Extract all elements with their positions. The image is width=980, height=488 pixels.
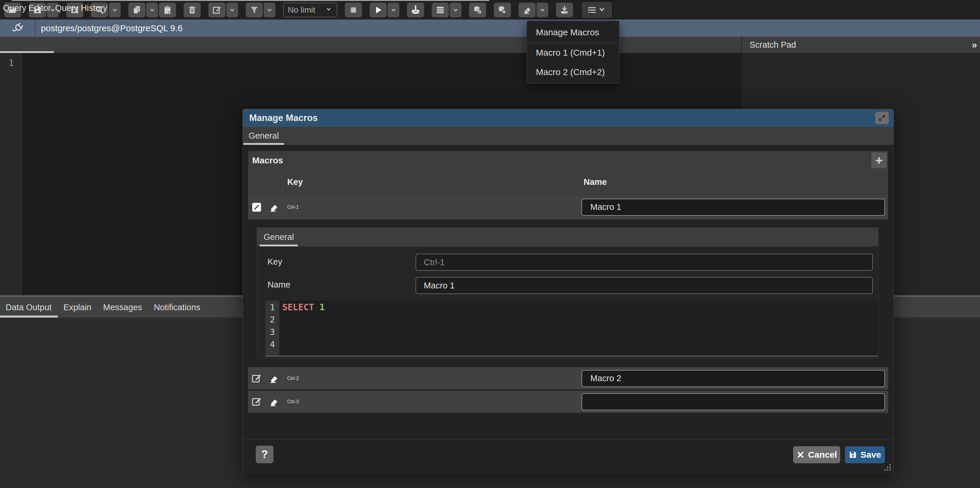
chevron-down-icon: [325, 5, 332, 15]
eraser-icon: [269, 202, 279, 212]
dialog-tab-general[interactable]: General: [243, 127, 285, 145]
macro-detail-panel: General Key Name 1 2 3 4 SELECT 1: [257, 227, 878, 359]
sql-line-number: 2: [266, 313, 279, 326]
query-toolbar: No limit: [0, 1, 980, 19]
editor-tab-bar: [0, 37, 980, 53]
clear-button[interactable]: [519, 3, 536, 17]
download-results-button[interactable]: [556, 3, 573, 17]
execute-options-chevron[interactable]: [388, 3, 399, 17]
dialog-title-bar[interactable]: Manage Macros: [243, 109, 894, 127]
clear-row-button[interactable]: [266, 194, 283, 219]
macro-name-input[interactable]: [582, 370, 885, 387]
find-options-chevron[interactable]: [109, 3, 121, 17]
connection-plug-cell[interactable]: [0, 19, 35, 37]
explain-options-chevron[interactable]: [450, 3, 461, 17]
chevron-down-icon: [452, 6, 460, 14]
macros-button[interactable]: [581, 1, 613, 19]
tab-query-history[interactable]: Query History: [54, 0, 108, 16]
copy-icon: [132, 5, 142, 15]
scratch-pad-collapse-button[interactable]: »: [972, 37, 977, 53]
chevron-down-icon: [111, 6, 119, 14]
macro-name-input[interactable]: [582, 199, 885, 216]
expand-row-button[interactable]: [248, 367, 266, 389]
delete-button[interactable]: [184, 3, 201, 17]
connection-separator: [35, 19, 36, 37]
editor-line-gutter: 1: [0, 53, 22, 295]
tab-explain[interactable]: Explain: [63, 302, 91, 312]
clear-row-button[interactable]: [266, 391, 283, 413]
filter-options-chevron[interactable]: [264, 3, 275, 17]
hand-pointer-icon: [411, 5, 420, 15]
macro-name-cell: [579, 391, 888, 413]
menu-item-manage-macros[interactable]: Manage Macros: [527, 22, 619, 43]
add-macro-button[interactable]: +: [872, 153, 887, 168]
trash-icon: [188, 5, 197, 15]
explain-button[interactable]: [407, 3, 424, 17]
macro-sql-editor[interactable]: 1 2 3 4 SELECT 1: [266, 300, 878, 357]
detail-tab-bar: General: [257, 228, 878, 246]
cancel-query-button[interactable]: [345, 3, 362, 17]
tab-notifications[interactable]: Notifications: [154, 302, 200, 312]
row-limit-select[interactable]: No limit: [283, 3, 337, 17]
help-button[interactable]: ?: [256, 446, 274, 463]
dialog-tab-bar: General: [243, 127, 894, 145]
clear-row-button[interactable]: [266, 367, 283, 389]
header-edit-column: [248, 170, 266, 194]
cancel-button[interactable]: Cancel: [793, 446, 840, 463]
sql-line-number: 1: [266, 301, 279, 313]
macro-name-input[interactable]: [582, 393, 885, 410]
clear-options-chevron[interactable]: [536, 3, 548, 17]
menu-item-macro-1[interactable]: Macro 1 (Cmd+1): [527, 43, 619, 62]
copy-options-chevron[interactable]: [146, 3, 158, 17]
tab-query-editor[interactable]: Query Editor: [0, 0, 54, 16]
eraser-icon: [269, 397, 279, 407]
edit-button[interactable]: [208, 3, 226, 17]
dialog-expand-button[interactable]: [875, 112, 889, 124]
pencil-square-icon: [212, 5, 222, 15]
edit-options-chevron[interactable]: [226, 3, 238, 17]
detail-tab-general[interactable]: General: [259, 228, 298, 246]
filter-button[interactable]: [246, 3, 263, 17]
chevron-down-icon: [266, 6, 274, 14]
row-limit-value: No limit: [288, 5, 315, 15]
tab-data-output[interactable]: Data Output: [6, 302, 51, 312]
name-field-input[interactable]: [415, 277, 873, 294]
sql-code: SELECT 1: [279, 300, 325, 356]
sql-line-number: 4: [266, 338, 279, 351]
checklist-icon: [587, 5, 597, 15]
copy-button[interactable]: [128, 3, 145, 17]
chevron-down-icon: [390, 6, 397, 14]
macro-row-2: Ctrl-2: [248, 367, 888, 389]
chevron-down-icon: [597, 5, 606, 15]
edit-row-active-icon: [251, 202, 262, 212]
collapse-row-button[interactable]: [248, 194, 266, 219]
macros-section-title: Macros: [252, 156, 283, 165]
connection-label: postgres/postgres@PostgreSQL 9.6: [41, 23, 183, 33]
manage-macros-dialog: Manage Macros General Macros + Key Name: [242, 109, 894, 474]
resize-grip[interactable]: [884, 464, 892, 472]
macros-table-header: Key Name: [248, 170, 888, 194]
save-button[interactable]: Save: [845, 446, 885, 463]
editor-line-number: 1: [8, 58, 14, 68]
macro-row-1: Ctrl-1: [248, 194, 888, 219]
connection-status-bar: postgres/postgres@PostgreSQL 9.6: [0, 19, 980, 37]
key-field-input[interactable]: [415, 254, 873, 271]
macro-key-cell: Ctrl-2: [283, 367, 579, 389]
macro-name-cell: [579, 194, 888, 219]
macro-name-cell: [579, 367, 888, 389]
chevron-down-icon: [539, 6, 546, 14]
header-name-label: Name: [584, 177, 607, 187]
execute-button[interactable]: [370, 3, 387, 17]
detail-active-tab-underline: [259, 245, 298, 246]
commit-button[interactable]: [469, 3, 486, 17]
expand-row-button[interactable]: [248, 391, 266, 413]
tab-messages[interactable]: Messages: [103, 302, 142, 312]
explain-analyze-button[interactable]: [432, 3, 449, 17]
menu-item-macro-2[interactable]: Macro 2 (Cmd+2): [527, 62, 619, 82]
macro-row-3: Ctrl-3: [248, 391, 888, 413]
eraser-icon: [522, 5, 532, 15]
paste-button[interactable]: [159, 3, 176, 17]
rollback-button[interactable]: [494, 3, 511, 17]
key-field-label: Key: [267, 257, 282, 267]
database-check-icon: [473, 5, 482, 15]
